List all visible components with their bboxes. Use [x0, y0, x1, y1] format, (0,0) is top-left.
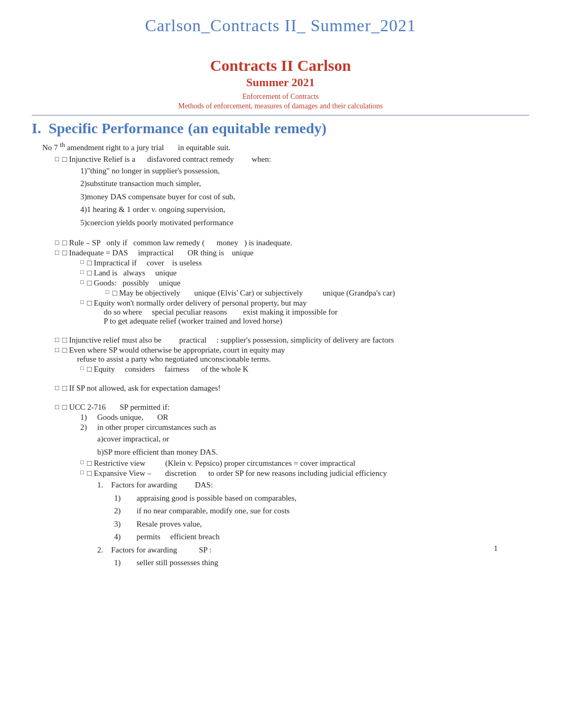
- injunctive-text: Injunctive Relief is a disfavored contra…: [69, 155, 271, 164]
- square-icon-sm-r: □: [87, 459, 94, 468]
- factors-sp-heading: 2. Factors for awarding SP :: [97, 544, 529, 556]
- no7-line: No 7 th amendment right to a jury trial …: [42, 140, 529, 154]
- goods-sub-bullet: □ May be objectively unique (Elvis' Car)…: [106, 289, 529, 298]
- das-item-1: 1) appraising good is possible based on …: [114, 492, 529, 504]
- roman-numeral: I.: [32, 120, 41, 137]
- factors-das-block: 1. Factors for awarding DAS: 1) appraisi…: [97, 479, 529, 569]
- ucc-bullet: □ UCC 2-716 SP permitted if:: [55, 403, 529, 412]
- ucc-item-2-label: 2): [80, 423, 93, 432]
- square-icon-sm-1: □: [87, 259, 94, 268]
- das-item-4: 4) permits efficient breach: [114, 531, 529, 543]
- even-where-text: Even where SP would otherwise be appropr…: [69, 346, 285, 364]
- inj-sub-1: 1)"thing" no longer in supplier's posses…: [80, 165, 529, 177]
- ucc-sub-list: 1) Goods unique, OR 2) in other proper c…: [80, 413, 529, 569]
- das-item-2: 2) if no near comparable, modify one, su…: [114, 505, 529, 517]
- factors-das-list: 1) appraising good is possible based on …: [114, 492, 529, 543]
- inadequate-text: Inadequate = DAS impractical OR thing is…: [69, 248, 254, 257]
- practical-text: Injunctive relief must also be practical…: [69, 336, 394, 345]
- land-text: Land is always unique: [94, 269, 176, 278]
- if-sp-bullet: □ If SP not allowed, ask for expectation…: [55, 384, 529, 393]
- injunctive-sub-list: 1)"thing" no longer in supplier's posses…: [80, 165, 529, 229]
- square-icon-sm-5: □: [87, 299, 94, 308]
- expansive-text: Expansive View – discretion to order SP …: [94, 469, 387, 478]
- injunctive-bullet-block: □ Injunctive Relief is a disfavored cont…: [55, 155, 529, 229]
- sp-item-1: 1) seller still possesses thing: [114, 557, 529, 569]
- square-icon-sm-ex: □: [87, 469, 94, 478]
- inj-sub-3: 3)money DAS compensate buyer for cost of…: [80, 191, 529, 203]
- course-subtitle: Summer 2021: [32, 76, 529, 89]
- impractical-text: Impractical if cover is useless: [94, 259, 202, 268]
- ucc-item-2: 2) in other proper circumstances such as: [80, 423, 529, 432]
- factors-das-heading: 1. Factors for awarding DAS:: [97, 479, 529, 491]
- rule-sp-block: □ Rule – SP only if common law remedy ( …: [55, 238, 529, 247]
- ucc-block: □ UCC 2-716 SP permitted if: 1) Goods un…: [55, 403, 529, 569]
- practical-bullet: □ Injunctive relief must also be practic…: [55, 336, 529, 345]
- if-sp-text: If SP not allowed, ask for expectation d…: [69, 384, 221, 393]
- ucc-item-2-text: in other proper circumstances such as: [97, 423, 216, 432]
- section-desc: Methods of enforcement, measures of dama…: [32, 102, 529, 110]
- square-icon: □: [62, 155, 69, 164]
- goods-sub-block: □ May be objectively unique (Elvis' Car)…: [106, 289, 529, 298]
- square-icon-is: □: [62, 384, 69, 393]
- divider: [32, 115, 529, 116]
- doc-title: Carlson_Contracts II_ Summer_2021: [32, 16, 529, 35]
- goods-sub-text: May be objectively unique (Elvis' Car) o…: [119, 289, 395, 298]
- impractical-bullet: □ Impractical if cover is useless: [80, 259, 529, 268]
- inadequate-sub-list: □ Impractical if cover is useless □ Land…: [80, 259, 529, 326]
- square-icon-sm-4: □: [113, 289, 119, 298]
- goods-bullet: □ Goods: possibly unique: [80, 279, 529, 288]
- square-icon-3: □: [62, 248, 69, 257]
- restrictive-bullet: □ Restrictive view (Klein v. Pepsico) pr…: [80, 459, 529, 468]
- square-icon-p: □: [62, 336, 69, 345]
- practical-block: □ Injunctive relief must also be practic…: [55, 336, 529, 345]
- ucc-item-1-label: 1): [80, 413, 93, 422]
- inj-sub-2: 2)substitute transaction much simpler,: [80, 178, 529, 190]
- section-i-content: No 7 th amendment right to a jury trial …: [42, 140, 529, 569]
- even-where-block: □ Even where SP would otherwise be appro…: [55, 346, 529, 374]
- inadequate-block: □ Inadequate = DAS impractical OR thing …: [55, 248, 529, 326]
- ucc-heading-text: UCC 2-716 SP permitted if:: [69, 403, 170, 412]
- ucc-item-1-text: Goods unique, OR: [97, 413, 169, 422]
- square-icon-2: □: [62, 238, 69, 247]
- equity-note-bullet: □ Equity won't normally order delivery o…: [80, 299, 529, 326]
- square-icon-sm-3: □: [87, 279, 94, 288]
- ucc-2-sub-b: b)SP more efficient than money DAS.: [97, 446, 529, 458]
- ucc-2-sub-list: a)cover impractical, or b)SP more effici…: [97, 433, 529, 458]
- if-sp-block: □ If SP not allowed, ask for expectation…: [55, 384, 529, 393]
- square-icon-ucc: □: [62, 403, 69, 412]
- expansive-bullet: □ Expansive View – discretion to order S…: [80, 469, 529, 478]
- equity-considers-text: Equity considers fairness of the whole K: [94, 365, 248, 374]
- section-heading-extra: (an equitable remedy): [188, 120, 326, 137]
- section-heading: Specific Performance: [49, 120, 184, 137]
- restrictive-text: Restrictive view (Klein v. Pepsico) prop…: [94, 459, 355, 468]
- inj-sub-4: 4)1 hearing & 1 order v. ongoing supervi…: [80, 204, 529, 216]
- rule-sp-text: Rule – SP only if common law remedy ( mo…: [69, 238, 293, 247]
- goods-text: Goods: possibly unique: [94, 279, 180, 288]
- factors-sp-list: 1) seller still possesses thing: [114, 557, 529, 569]
- equity-considers-bullet: □ Equity considers fairness of the whole…: [80, 365, 529, 374]
- rule-sp-bullet: □ Rule – SP only if common law remedy ( …: [55, 238, 529, 247]
- section-i-heading-row: I. Specific Performance (an equitable re…: [32, 120, 529, 139]
- land-bullet: □ Land is always unique: [80, 269, 529, 278]
- course-title: Contracts II Carlson: [32, 57, 529, 75]
- ucc-item-1: 1) Goods unique, OR: [80, 413, 529, 422]
- ucc-2-sub-a: a)cover impractical, or: [97, 433, 529, 445]
- even-where-bullet: □ Even where SP would otherwise be appro…: [55, 346, 529, 364]
- square-icon-sm-ec: □: [87, 365, 94, 374]
- square-icon-e: □: [62, 346, 69, 355]
- section-subtitle: Enforcement of Contracts: [32, 93, 529, 101]
- inj-sub-5: 5)coercion yields poorly motivated perfo…: [80, 217, 529, 229]
- das-item-3: 3) Resale proves value,: [114, 518, 529, 530]
- equity-note-text: Equity won't normally order delivery of …: [94, 299, 338, 326]
- equity-considers-block: □ Equity considers fairness of the whole…: [80, 365, 529, 374]
- page-number: 1: [494, 545, 498, 553]
- injunctive-bullet: □ Injunctive Relief is a disfavored cont…: [55, 155, 529, 164]
- inadequate-bullet: □ Inadequate = DAS impractical OR thing …: [55, 248, 529, 257]
- square-icon-sm-2: □: [87, 269, 94, 278]
